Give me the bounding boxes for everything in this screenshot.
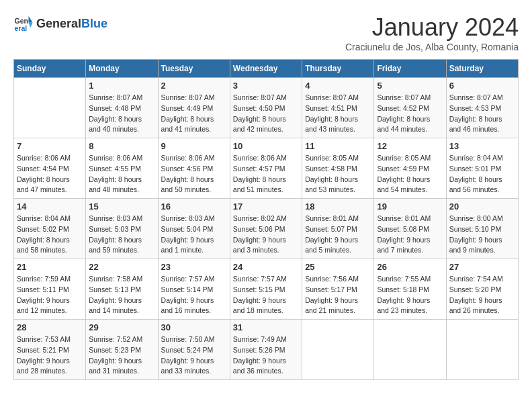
day-info: Sunrise: 7:57 AMSunset: 5:15 PMDaylight:…	[233, 274, 299, 316]
day-number: 18	[305, 201, 371, 212]
day-info: Sunrise: 7:56 AMSunset: 5:17 PMDaylight:…	[305, 274, 371, 316]
month-title: January 2024	[345, 13, 519, 42]
day-info: Sunrise: 7:52 AMSunset: 5:23 PMDaylight:…	[89, 334, 154, 377]
day-info: Sunrise: 7:58 AMSunset: 5:13 PMDaylight:…	[89, 274, 154, 316]
day-number: 11	[305, 141, 371, 151]
day-number: 29	[89, 322, 154, 332]
day-info: Sunrise: 7:53 AMSunset: 5:21 PMDaylight:…	[17, 334, 83, 377]
calendar-cell: 15Sunrise: 8:03 AMSunset: 5:03 PMDayligh…	[86, 199, 158, 259]
calendar-cell: 18Sunrise: 8:01 AMSunset: 5:07 PMDayligh…	[302, 199, 374, 259]
col-friday: Friday	[374, 60, 446, 78]
day-number: 6	[449, 81, 515, 91]
day-number: 28	[17, 322, 83, 332]
calendar-cell	[302, 320, 374, 380]
day-number: 8	[89, 141, 154, 151]
day-info: Sunrise: 8:07 AMSunset: 4:48 PMDaylight:…	[89, 93, 154, 135]
calendar-cell: 12Sunrise: 8:05 AMSunset: 4:59 PMDayligh…	[374, 138, 446, 199]
day-number: 17	[233, 201, 299, 212]
day-number: 24	[233, 262, 299, 272]
day-info: Sunrise: 8:07 AMSunset: 4:50 PMDaylight:…	[233, 93, 299, 135]
day-number: 20	[449, 201, 515, 212]
col-tuesday: Tuesday	[158, 60, 230, 78]
svg-marker-2	[29, 16, 33, 23]
day-info: Sunrise: 7:54 AMSunset: 5:20 PMDaylight:…	[449, 274, 515, 316]
day-number: 7	[17, 141, 83, 151]
day-number: 26	[377, 262, 443, 272]
day-info: Sunrise: 8:06 AMSunset: 4:57 PMDaylight:…	[233, 153, 299, 195]
day-number: 1	[89, 81, 154, 91]
day-info: Sunrise: 8:06 AMSunset: 4:56 PMDaylight:…	[161, 153, 227, 195]
day-number: 13	[449, 141, 515, 151]
calendar-cell: 29Sunrise: 7:52 AMSunset: 5:23 PMDayligh…	[86, 320, 158, 380]
day-info: Sunrise: 8:07 AMSunset: 4:52 PMDaylight:…	[377, 93, 443, 135]
day-number: 23	[161, 262, 227, 272]
col-sunday: Sunday	[14, 60, 86, 78]
day-info: Sunrise: 8:01 AMSunset: 5:08 PMDaylight:…	[377, 214, 443, 256]
calendar-cell: 30Sunrise: 7:50 AMSunset: 5:24 PMDayligh…	[158, 320, 230, 380]
calendar-cell: 28Sunrise: 7:53 AMSunset: 5:21 PMDayligh…	[14, 320, 86, 380]
col-saturday: Saturday	[446, 60, 518, 78]
day-number: 12	[377, 141, 443, 151]
calendar-cell: 3Sunrise: 8:07 AMSunset: 4:50 PMDaylight…	[230, 78, 302, 138]
calendar-cell: 1Sunrise: 8:07 AMSunset: 4:48 PMDaylight…	[86, 78, 158, 138]
calendar-cell: 4Sunrise: 8:07 AMSunset: 4:51 PMDaylight…	[302, 78, 374, 138]
week-row-3: 14Sunrise: 8:04 AMSunset: 5:02 PMDayligh…	[14, 199, 519, 259]
day-info: Sunrise: 8:02 AMSunset: 5:06 PMDaylight:…	[233, 214, 299, 256]
week-row-4: 21Sunrise: 7:59 AMSunset: 5:11 PMDayligh…	[14, 259, 519, 320]
day-info: Sunrise: 8:01 AMSunset: 5:07 PMDaylight:…	[305, 214, 371, 256]
logo-text: GeneralBlue	[36, 17, 107, 31]
calendar-cell: 6Sunrise: 8:07 AMSunset: 4:53 PMDaylight…	[446, 78, 518, 138]
title-section: January 2024 Craciunelu de Jos, Alba Cou…	[345, 13, 519, 52]
day-number: 14	[17, 201, 83, 212]
col-thursday: Thursday	[302, 60, 374, 78]
day-number: 22	[89, 262, 154, 272]
day-info: Sunrise: 8:06 AMSunset: 4:54 PMDaylight:…	[17, 153, 83, 195]
week-row-5: 28Sunrise: 7:53 AMSunset: 5:21 PMDayligh…	[14, 320, 519, 380]
svg-text:eral: eral	[15, 24, 28, 32]
day-info: Sunrise: 8:04 AMSunset: 5:02 PMDaylight:…	[17, 214, 83, 256]
day-number: 2	[161, 81, 227, 91]
logo-general: General	[36, 17, 81, 30]
calendar-cell: 21Sunrise: 7:59 AMSunset: 5:11 PMDayligh…	[14, 259, 86, 320]
calendar-cell: 10Sunrise: 8:06 AMSunset: 4:57 PMDayligh…	[230, 138, 302, 199]
week-row-1: 1Sunrise: 8:07 AMSunset: 4:48 PMDaylight…	[14, 78, 519, 138]
calendar-cell: 25Sunrise: 7:56 AMSunset: 5:17 PMDayligh…	[302, 259, 374, 320]
calendar-cell: 20Sunrise: 8:00 AMSunset: 5:10 PMDayligh…	[446, 199, 518, 259]
day-number: 27	[449, 262, 515, 272]
header-row: Sunday Monday Tuesday Wednesday Thursday…	[14, 60, 519, 78]
calendar-cell: 31Sunrise: 7:49 AMSunset: 5:26 PMDayligh…	[230, 320, 302, 380]
day-info: Sunrise: 7:50 AMSunset: 5:24 PMDaylight:…	[161, 334, 227, 377]
calendar-cell: 23Sunrise: 7:57 AMSunset: 5:14 PMDayligh…	[158, 259, 230, 320]
logo-icon: Gen eral	[13, 13, 34, 34]
calendar-table: Sunday Monday Tuesday Wednesday Thursday…	[13, 59, 519, 380]
header: Gen eral GeneralBlue January 2024 Craciu…	[13, 13, 519, 52]
day-number: 15	[89, 201, 154, 212]
week-row-2: 7Sunrise: 8:06 AMSunset: 4:54 PMDaylight…	[14, 138, 519, 199]
calendar-cell	[14, 78, 86, 138]
calendar-cell: 22Sunrise: 7:58 AMSunset: 5:13 PMDayligh…	[86, 259, 158, 320]
calendar-cell: 2Sunrise: 8:07 AMSunset: 4:49 PMDaylight…	[158, 78, 230, 138]
calendar-cell: 13Sunrise: 8:04 AMSunset: 5:01 PMDayligh…	[446, 138, 518, 199]
day-number: 21	[17, 262, 83, 272]
day-info: Sunrise: 8:07 AMSunset: 4:53 PMDaylight:…	[449, 93, 515, 135]
calendar-cell: 9Sunrise: 8:06 AMSunset: 4:56 PMDaylight…	[158, 138, 230, 199]
calendar-cell: 27Sunrise: 7:54 AMSunset: 5:20 PMDayligh…	[446, 259, 518, 320]
day-number: 19	[377, 201, 443, 212]
day-info: Sunrise: 8:05 AMSunset: 4:59 PMDaylight:…	[377, 153, 443, 195]
col-wednesday: Wednesday	[230, 60, 302, 78]
calendar-cell: 5Sunrise: 8:07 AMSunset: 4:52 PMDaylight…	[374, 78, 446, 138]
calendar-cell: 24Sunrise: 7:57 AMSunset: 5:15 PMDayligh…	[230, 259, 302, 320]
day-info: Sunrise: 8:07 AMSunset: 4:51 PMDaylight:…	[305, 93, 371, 135]
day-info: Sunrise: 7:49 AMSunset: 5:26 PMDaylight:…	[233, 334, 299, 377]
day-info: Sunrise: 8:03 AMSunset: 5:03 PMDaylight:…	[89, 214, 154, 256]
day-number: 30	[161, 322, 227, 332]
day-number: 3	[233, 81, 299, 91]
day-info: Sunrise: 8:05 AMSunset: 4:58 PMDaylight:…	[305, 153, 371, 195]
svg-marker-3	[29, 23, 33, 28]
day-info: Sunrise: 8:06 AMSunset: 4:55 PMDaylight:…	[89, 153, 154, 195]
day-info: Sunrise: 8:03 AMSunset: 5:04 PMDaylight:…	[161, 214, 227, 256]
calendar-cell: 11Sunrise: 8:05 AMSunset: 4:58 PMDayligh…	[302, 138, 374, 199]
calendar-cell: 19Sunrise: 8:01 AMSunset: 5:08 PMDayligh…	[374, 199, 446, 259]
day-number: 4	[305, 81, 371, 91]
calendar-cell: 26Sunrise: 7:55 AMSunset: 5:18 PMDayligh…	[374, 259, 446, 320]
